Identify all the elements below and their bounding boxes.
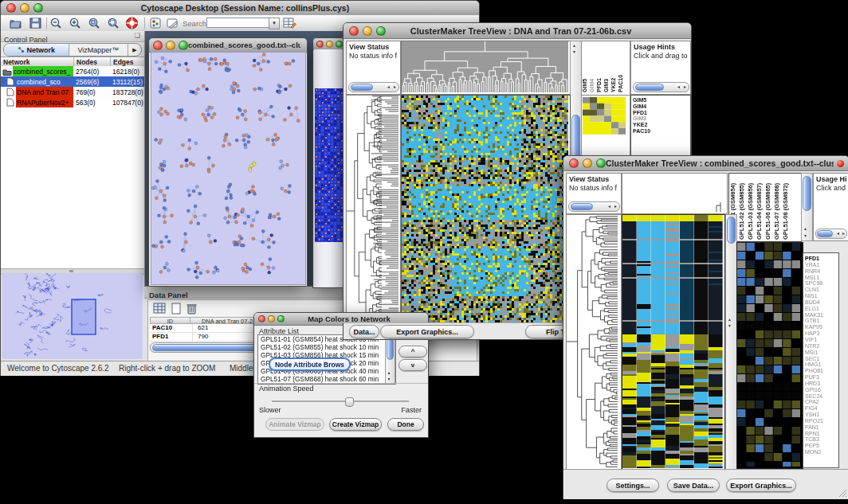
main-title-bar[interactable]: Cytoscape Desktop (Session Name: collins… bbox=[1, 1, 479, 16]
close-icon[interactable] bbox=[6, 3, 16, 13]
zoom-in-icon[interactable] bbox=[69, 17, 82, 29]
tv1-gene-label[interactable]: PFD1 bbox=[631, 110, 690, 116]
attribute-list-item[interactable]: GPL51-07 (GSM868) heat shock 60 min bbox=[258, 375, 384, 383]
tv2-gene-label[interactable]: PEP5 bbox=[803, 443, 838, 449]
minimize-icon[interactable] bbox=[326, 41, 333, 48]
tv2-gene-label[interactable]: MSL1 bbox=[803, 275, 838, 281]
minimize-icon[interactable] bbox=[363, 26, 372, 36]
tv2-hints-hscrollbar[interactable]: ◂ ▸ bbox=[815, 229, 847, 239]
slider-thumb[interactable] bbox=[345, 397, 354, 407]
tv2-zoom-view[interactable] bbox=[736, 242, 803, 469]
network-row[interactable]: RNAPuberNov2+563(0)107847(0) bbox=[1, 97, 144, 107]
close-icon[interactable] bbox=[316, 41, 324, 48]
attribute-browser-icon[interactable] bbox=[283, 17, 296, 29]
tv2-gene-label[interactable]: VIP1 bbox=[803, 337, 838, 343]
tv2-gene-label[interactable]: RPO21 bbox=[803, 418, 838, 424]
tv2-gene-label[interactable]: ELG1 bbox=[803, 306, 838, 312]
network-name[interactable]: DNA and Tran 07 bbox=[16, 87, 73, 97]
tv2-gene-label[interactable]: FIG4 bbox=[803, 405, 838, 412]
close-icon[interactable] bbox=[349, 26, 359, 36]
id-header[interactable]: ID bbox=[150, 317, 190, 324]
scroll-down-icon[interactable]: ▾ bbox=[573, 49, 575, 54]
animation-speed-slider[interactable] bbox=[272, 397, 409, 405]
network-name[interactable]: combined_sco bbox=[16, 76, 73, 87]
node-attribute-browser-button[interactable]: Node Attribute Brows bbox=[269, 357, 351, 371]
tv2-vscrollbar[interactable]: ▴ ▾ bbox=[725, 214, 737, 471]
tv2-gene-label[interactable]: KAP95 bbox=[803, 324, 838, 330]
tv1-status-hscrollbar[interactable]: ◂ ▸ bbox=[348, 82, 399, 92]
scroll-down-icon[interactable]: ▾ bbox=[804, 233, 807, 238]
tv1-column-label[interactable]: GIM4 bbox=[589, 43, 596, 92]
tv1-row-dendrogram[interactable] bbox=[346, 95, 401, 329]
network-overview-panel[interactable] bbox=[2, 273, 143, 359]
tv1-gene-label[interactable]: GIM4 bbox=[631, 104, 690, 110]
network-row[interactable]: combined_scores_2764(0)16218(0) bbox=[1, 66, 144, 76]
tv1-heatmap[interactable] bbox=[401, 95, 571, 329]
scroll-down-icon[interactable]: ▾ bbox=[728, 323, 731, 328]
delete-attribute-icon[interactable] bbox=[186, 303, 199, 315]
tv2-gene-label[interactable]: YSH1 bbox=[803, 412, 838, 418]
save-data-button[interactable]: Save Data... bbox=[667, 479, 720, 492]
attribute-list-vscrollbar[interactable]: ▴ ▾ bbox=[385, 335, 395, 384]
tv1-gene-label[interactable]: YKE2 bbox=[631, 122, 690, 128]
tab-overflow-button[interactable]: ▶ bbox=[128, 44, 141, 56]
tv2-gene-label[interactable]: PUF3 bbox=[803, 374, 838, 381]
tv2-gene-label[interactable]: SPC98 bbox=[803, 280, 838, 287]
resize-grip-icon[interactable] bbox=[837, 487, 847, 498]
network-name[interactable]: combined_scores_ bbox=[13, 66, 73, 76]
tv2-column-label[interactable]: GPL51-06 (GSM865) bbox=[764, 174, 773, 240]
close-icon[interactable] bbox=[569, 158, 579, 168]
tv1-hints-hscrollbar[interactable]: ◂ ▸ bbox=[633, 82, 689, 92]
search-input[interactable] bbox=[206, 18, 270, 28]
tv2-gene-label[interactable]: MSI1 bbox=[803, 350, 838, 356]
tv1-column-label[interactable]: GIM5 bbox=[582, 43, 589, 92]
tv2-gene-label[interactable]: HAP3 bbox=[803, 330, 838, 337]
animate-vizmap-button[interactable]: Animate Vizmap bbox=[265, 418, 324, 431]
minimize-icon[interactable] bbox=[20, 3, 29, 13]
create-vizmap-button[interactable]: Create Vizmap bbox=[329, 418, 382, 431]
tv2-column-label[interactable]: GPL51-07 (GSM868) bbox=[773, 174, 782, 240]
tv2-gene-label[interactable]: MAK31 bbox=[803, 312, 838, 318]
scroll-left-icon[interactable]: ◂ bbox=[677, 84, 680, 89]
tv2-column-dendrogram[interactable] bbox=[622, 173, 728, 214]
network-view-canvas[interactable] bbox=[151, 52, 306, 285]
tv2-row-dendrogram[interactable] bbox=[566, 214, 622, 471]
tv2-gene-label[interactable]: GTB1 bbox=[803, 318, 838, 324]
minimize-icon[interactable] bbox=[268, 315, 275, 322]
move-up-button[interactable]: ^ bbox=[398, 346, 427, 357]
tv2-gene-label[interactable]: HMG1 bbox=[803, 361, 838, 368]
network-row[interactable]: combined_sco2569(6)13112(15) bbox=[1, 76, 144, 87]
tv2-gene-label[interactable]: GPI16 bbox=[803, 387, 838, 393]
tv1-column-label[interactable]: PFD1 bbox=[596, 43, 603, 92]
tv2-gene-label[interactable]: PAN1 bbox=[803, 424, 838, 431]
scroll-up-icon[interactable]: ▴ bbox=[728, 317, 731, 322]
help-lifering-icon[interactable] bbox=[125, 17, 139, 29]
tv2-column-label[interactable]: GPL51-02 (GSM855) bbox=[738, 174, 747, 240]
settings-button[interactable]: Settings... bbox=[607, 479, 659, 492]
zoom-selected-icon[interactable] bbox=[88, 17, 101, 29]
tv2-gene-label[interactable]: YRA1 bbox=[803, 262, 838, 268]
scroll-down-icon[interactable]: ▾ bbox=[388, 377, 391, 381]
scroll-left-icon[interactable]: ◂ bbox=[387, 84, 390, 89]
tv2-gene-label[interactable]: RPN1 bbox=[803, 431, 838, 437]
tv2-column-label[interactable]: GPL51-08 (GSM872) bbox=[782, 174, 791, 240]
annotation-icon[interactable] bbox=[166, 17, 179, 29]
attribute-list-item[interactable]: GPL51-02 (GSM855) heat shock 10 min bbox=[258, 343, 384, 351]
new-attribute-icon[interactable] bbox=[171, 303, 184, 315]
tv1-gene-label[interactable]: GIM3 bbox=[631, 115, 690, 122]
zoom-window-icon[interactable] bbox=[376, 26, 386, 36]
tv2-gene-label[interactable]: SEC24 bbox=[803, 393, 838, 400]
tv2-gene-label[interactable]: RNR4 bbox=[803, 268, 838, 275]
zoom-out-icon[interactable] bbox=[49, 17, 63, 29]
network-name[interactable]: RNAPuberNov2+ bbox=[16, 97, 73, 107]
network-row[interactable]: DNA and Tran 07769(0)183728(0) bbox=[1, 87, 144, 97]
zoom-window-icon[interactable] bbox=[179, 41, 188, 50]
export-graphics-button[interactable]: Export Graphics... bbox=[380, 325, 474, 338]
vizmapper-icon[interactable] bbox=[149, 17, 163, 29]
tv1-column-dendrogram[interactable] bbox=[401, 41, 571, 95]
tv2-gene-label[interactable]: NTR2 bbox=[803, 343, 838, 350]
tv2-gene-label[interactable]: NIS1 bbox=[803, 293, 838, 299]
save-icon[interactable] bbox=[29, 17, 42, 29]
tv1-column-label[interactable]: PAC10 bbox=[618, 43, 625, 92]
tv1-column-label[interactable]: GIM3 bbox=[603, 43, 610, 92]
